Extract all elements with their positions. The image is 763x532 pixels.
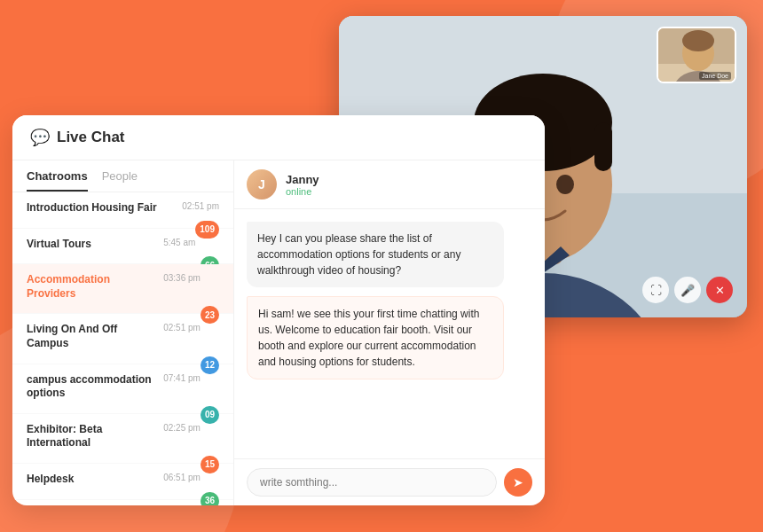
- message-bubble-incoming: Hey I can you please share the list of a…: [247, 222, 504, 287]
- tab-people[interactable]: People: [102, 169, 138, 192]
- room-item-general-feedback[interactable]: General Feedback 02:51 pm 28: [12, 500, 233, 505]
- chat-body: Chatrooms People Introduction Housing Fa…: [12, 160, 545, 505]
- tab-chatrooms[interactable]: Chatrooms: [27, 169, 88, 192]
- chat-icon: 💬: [30, 128, 50, 147]
- room-item-campus-accommodation[interactable]: campus accommodation options 07:41 pm 09: [12, 364, 233, 414]
- svg-point-13: [682, 30, 714, 51]
- room-name: Virtual Tours: [27, 238, 91, 252]
- room-item-accommodation-providers[interactable]: Accommodation Providers 03:36 pm 23: [12, 264, 233, 314]
- chat-container: 💬 Live Chat Chatrooms People Introductio…: [12, 115, 545, 505]
- chat-input[interactable]: [247, 468, 497, 497]
- room-item-exhibitor-beta[interactable]: Exhibitor: Beta International 02:25 pm 1…: [12, 414, 233, 464]
- thumb-label: Jane Doe: [699, 72, 731, 80]
- chat-input-area: ➤: [234, 458, 545, 505]
- chat-contact-header: J Janny online: [234, 160, 545, 209]
- end-call-button[interactable]: ✕: [706, 277, 733, 303]
- room-time: 02:51 pm: [182, 201, 219, 211]
- room-name: Exhibitor: Beta International: [27, 423, 160, 450]
- room-name: campus accommodation options: [27, 373, 160, 401]
- room-time: 02:25 pm: [163, 423, 201, 433]
- video-thumbnail: Jane Doe: [657, 27, 736, 83]
- room-name: Accommodation Providers: [27, 273, 160, 301]
- contact-avatar: J: [247, 169, 277, 200]
- video-controls: ⛶ 🎤 ✕: [642, 277, 733, 303]
- room-name: Living On And Off Campus: [27, 323, 160, 350]
- chat-sidebar: Chatrooms People Introduction Housing Fa…: [12, 160, 234, 505]
- room-time: 5:45 am: [163, 238, 195, 247]
- chat-header: 💬 Live Chat: [12, 115, 545, 160]
- svg-rect-7: [594, 122, 612, 171]
- contact-status: online: [286, 186, 319, 197]
- svg-point-9: [556, 175, 574, 194]
- chat-title: Live Chat: [57, 129, 125, 146]
- messages-area: Hey I can you please share the list of a…: [234, 209, 545, 458]
- room-name: Helpdesk: [27, 473, 74, 487]
- mic-toggle-button[interactable]: 🎤: [674, 277, 701, 303]
- message-bubble-outgoing: Hi sam! we see this your first time chat…: [247, 296, 504, 379]
- chat-main: J Janny online Hey I can you please shar…: [234, 160, 545, 505]
- room-item-virtual-tours[interactable]: Virtual Tours 5:45 am 66: [12, 229, 233, 265]
- send-button[interactable]: ➤: [504, 468, 532, 497]
- room-time: 06:51 pm: [163, 473, 201, 482]
- room-time: 07:41 pm: [163, 373, 201, 383]
- room-item-helpdesk[interactable]: Helpdesk 06:51 pm 36: [12, 464, 233, 500]
- room-name: Introduction Housing Fair: [27, 201, 157, 215]
- room-time: 03:36 pm: [163, 273, 201, 283]
- camera-toggle-button[interactable]: ⛶: [642, 277, 669, 303]
- room-item-introduction-housing-fair[interactable]: Introduction Housing Fair 02:51 pm 109: [12, 192, 233, 229]
- contact-name: Janny: [286, 173, 319, 186]
- room-item-living-on-off-campus[interactable]: Living On And Off Campus 02:51 pm 12: [12, 314, 233, 364]
- room-time: 02:51 pm: [163, 323, 201, 332]
- contact-info: Janny online: [286, 173, 319, 197]
- room-list: Introduction Housing Fair 02:51 pm 109 V…: [12, 192, 233, 505]
- sidebar-tabs: Chatrooms People: [12, 160, 233, 192]
